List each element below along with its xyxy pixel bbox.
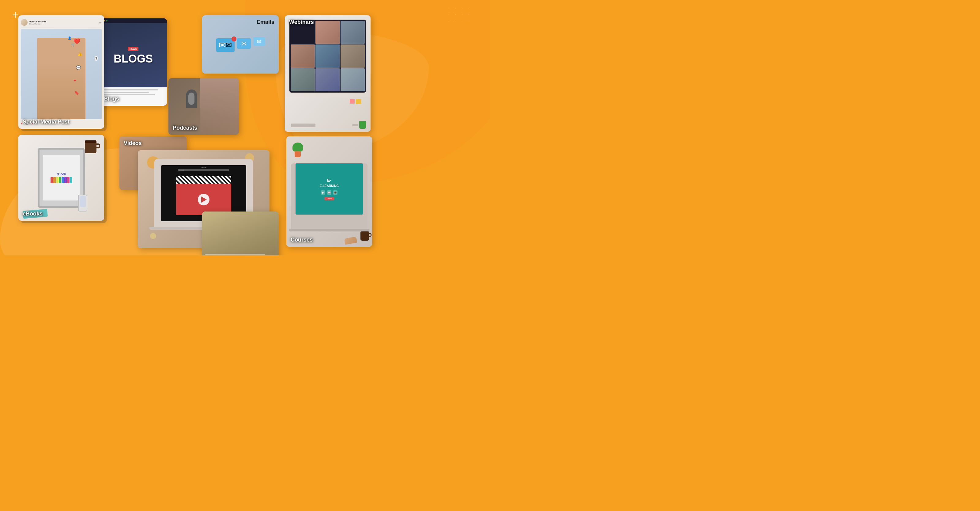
phone-screen: [80, 196, 86, 207]
podcasts-label: Podcasts: [173, 125, 197, 131]
courses-mock: E- E-LEARNING ▶ 📖 🎓 Learn: [286, 136, 372, 247]
blogs-label: Blogs: [104, 96, 119, 102]
line-1: [205, 254, 265, 255]
book-3: [56, 177, 59, 183]
videos-label: Videos: [124, 140, 142, 147]
social-user-info: yourusername Dora, Florida: [29, 20, 97, 25]
reaction-share: 🔖: [74, 90, 79, 95]
whitepapers-mock: [202, 211, 279, 256]
envelope-icon: ✉: [226, 41, 232, 50]
person-bg: [200, 78, 239, 135]
email-secondary: ✉: [237, 38, 251, 49]
blogs-mock: NEWS BLOGS: [100, 18, 167, 106]
microphone: [186, 89, 197, 108]
news-badge: NEWS: [128, 47, 138, 51]
reaction-chat: 💬: [76, 65, 81, 70]
signin-text: Sign in: [201, 166, 207, 168]
email-main-envelope: ✉ !: [216, 38, 235, 52]
coffee-cup-container: [85, 141, 97, 153]
avatar: [21, 19, 27, 26]
participant-3: [340, 21, 365, 44]
card-ebooks: eBook: [18, 135, 104, 221]
card-emails: ✉ ! ✉ ✉ Emails: [202, 15, 279, 73]
person-silhouette: [37, 38, 86, 119]
paper-lines: [205, 254, 275, 256]
nav-dot-3: [106, 20, 108, 21]
elearning-title: E- E-LEARNING: [320, 178, 339, 188]
book-spines: [51, 177, 72, 183]
blog-line-3: [102, 94, 155, 95]
book-4: [59, 177, 61, 183]
social-header: yourusername Dora, Florida ···: [21, 18, 102, 28]
cards-container: yourusername Dora, Florida ··· ❤️ 👍 💬 ❤ …: [18, 15, 472, 243]
laptop-base-courses: [289, 229, 370, 232]
cup-handle: [97, 144, 100, 149]
tablet-screen: eBook: [43, 155, 80, 200]
book-1: [51, 177, 53, 183]
notification-badge: !: [232, 37, 236, 42]
email-input: E-mail: [178, 169, 229, 171]
card-blogs: NEWS BLOGS Blogs: [100, 18, 167, 106]
coffee-courses: [360, 232, 369, 241]
emails-icons: ✉ ! ✉ ✉: [216, 37, 265, 52]
participant-7: [291, 69, 315, 91]
participant-9: [340, 69, 365, 91]
envelope-medium: ✉: [237, 38, 251, 49]
coffee-top: [85, 141, 97, 143]
card-social-media: yourusername Dora, Florida ··· ❤️ 👍 💬 ❤ …: [18, 15, 104, 129]
username-label: yourusername: [29, 20, 97, 23]
book-5: [62, 177, 64, 183]
coffee-cup: [85, 141, 97, 153]
elearning-screen: E- E-LEARNING ▶ 📖 🎓 Learn: [296, 163, 363, 215]
plus-icon: +: [12, 9, 19, 21]
video-grid: [290, 20, 366, 93]
reaction-badge: 3: [95, 56, 98, 61]
social-media-label: Social Media Post: [23, 119, 70, 125]
plant-pot: [294, 151, 301, 157]
plant-leaves: [293, 142, 303, 152]
envelope-small: ✉: [253, 37, 265, 46]
book-icon: 📖: [327, 190, 331, 195]
blogs-hero: NEWS BLOGS: [100, 23, 167, 87]
participant-5: [315, 45, 340, 67]
phone: [78, 195, 87, 211]
desk-area: [285, 97, 371, 132]
card-courses: E- E-LEARNING ▶ 📖 🎓 Learn: [286, 136, 372, 247]
book-8: [70, 177, 72, 183]
courses-label: Courses: [291, 236, 313, 243]
participant-8: [315, 69, 340, 91]
card-webinars: Webinars: [285, 15, 371, 132]
clapper-body: [176, 184, 231, 215]
e-prefix: E-: [327, 177, 331, 183]
envelope-icon-3: ✉: [257, 38, 261, 45]
elearning-icons: ▶ 📖 🎓: [321, 190, 337, 195]
book-6: [64, 177, 67, 183]
envelope-icon-2: ✉: [241, 40, 247, 47]
learn-button: Learn: [324, 197, 334, 200]
reaction-cart: 🛒: [71, 43, 75, 46]
play-icon: ▶: [321, 190, 325, 195]
blog-line-1: [102, 89, 158, 90]
more-dots: ···: [99, 21, 102, 24]
play-button: [198, 194, 210, 205]
tablet: eBook: [38, 148, 85, 208]
emails-label: Emails: [257, 19, 274, 26]
ebooks-mock: eBook: [18, 135, 104, 221]
grad-icon: 🎓: [333, 190, 337, 195]
cup-handle-2: [369, 233, 371, 236]
card-white-papers: White papers: [202, 211, 279, 256]
sticky-note-2: [350, 99, 355, 104]
social-image: ❤️ 👍 💬 ❤ 🛒 3 👤 🔖: [21, 29, 102, 119]
clapperboard: [176, 176, 231, 215]
ebooks-label: eBooks: [23, 211, 43, 217]
webinars-label: Webinars: [289, 19, 314, 26]
blogs-heading: NEWS BLOGS: [114, 45, 153, 65]
webinars-mock: [285, 15, 371, 132]
reaction-thumb: 👍: [78, 52, 83, 56]
monitor-area: [285, 15, 371, 97]
email-tertiary: ✉: [253, 37, 265, 46]
reaction-heart-2: ❤: [73, 79, 76, 83]
mouse: [352, 124, 358, 126]
clapper-stripe: [176, 176, 231, 184]
participant-4: [291, 45, 315, 67]
